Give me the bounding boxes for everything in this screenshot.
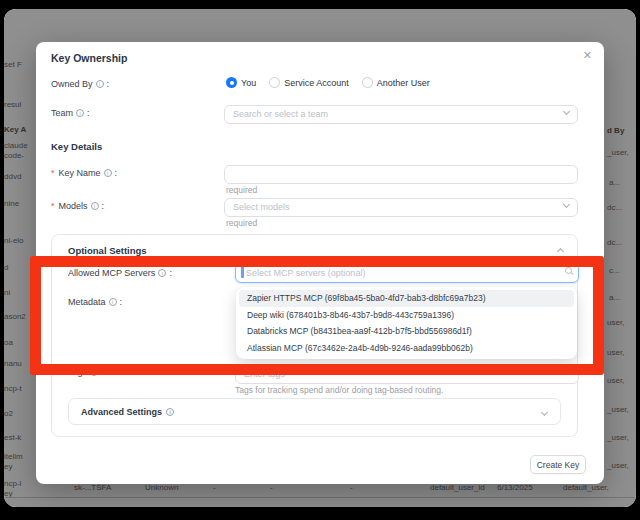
label-colon: : bbox=[169, 268, 172, 278]
radio-another-user[interactable]: Another User bbox=[362, 77, 430, 88]
info-icon[interactable]: i bbox=[91, 202, 99, 210]
mcp-option-databricks[interactable]: Databricks MCP (b8431bea-aa9f-412b-b7f5-… bbox=[239, 323, 574, 340]
key-name-label-text: Key Name bbox=[59, 168, 101, 178]
models-required-hint: required bbox=[226, 218, 257, 228]
tags-help-text: Tags for tracking spend and/or doing tag… bbox=[235, 385, 443, 395]
models-select-input[interactable] bbox=[224, 198, 578, 217]
team-label-text: Team bbox=[51, 108, 73, 118]
label-colon: : bbox=[87, 108, 90, 118]
info-icon[interactable]: i bbox=[109, 298, 117, 306]
label-colon: : bbox=[115, 168, 118, 178]
models-label: * Models i : bbox=[51, 201, 104, 211]
tags-select[interactable] bbox=[235, 363, 579, 382]
tags-label-text: Tags bbox=[68, 367, 87, 377]
metadata-label-text: Metadata bbox=[68, 297, 106, 307]
close-icon[interactable]: ✕ bbox=[583, 49, 592, 62]
info-icon[interactable]: i bbox=[158, 269, 166, 277]
create-key-button[interactable]: Create Key bbox=[530, 455, 586, 474]
key-name-required-hint: required bbox=[226, 185, 257, 195]
advanced-settings-toggle[interactable]: Advanced Settings i bbox=[68, 398, 561, 425]
app-window: set F resul Key A claude code- ddvd nine… bbox=[4, 9, 636, 507]
label-colon: : bbox=[120, 297, 123, 307]
mcp-servers-label: Allowed MCP Servers i : bbox=[68, 268, 172, 278]
models-select[interactable] bbox=[224, 196, 578, 215]
info-icon[interactable]: i bbox=[96, 80, 104, 88]
mcp-servers-dropdown: Zapier HTTPS MCP (69f8ba45-5ba0-4fd7-bab… bbox=[236, 287, 577, 359]
radio-service-account-label: Service Account bbox=[284, 78, 349, 88]
required-asterisk: * bbox=[51, 201, 55, 211]
chevron-up-icon[interactable] bbox=[557, 248, 564, 255]
label-colon: : bbox=[102, 201, 105, 211]
info-icon[interactable]: i bbox=[104, 169, 112, 177]
radio-unselected-icon bbox=[362, 77, 373, 88]
info-icon[interactable]: i bbox=[76, 109, 84, 117]
optional-settings-heading[interactable]: Optional Settings bbox=[68, 245, 147, 256]
info-icon[interactable]: i bbox=[166, 408, 174, 416]
key-name-label: * Key Name i : bbox=[51, 168, 117, 178]
modal-title: Key Ownership bbox=[51, 52, 127, 64]
key-name-input[interactable] bbox=[224, 165, 578, 184]
label-colon: : bbox=[101, 367, 104, 377]
radio-you-label: You bbox=[241, 78, 256, 88]
tags-label: Tags i : bbox=[68, 367, 104, 377]
metadata-label: Metadata i : bbox=[68, 297, 122, 307]
search-icon bbox=[565, 267, 572, 274]
key-ownership-modal: Key Ownership ✕ Owned By i : You Service… bbox=[36, 42, 604, 484]
info-icon[interactable]: i bbox=[90, 368, 98, 376]
radio-you[interactable]: You bbox=[226, 77, 256, 88]
radio-another-user-label: Another User bbox=[377, 78, 430, 88]
team-select-input[interactable] bbox=[224, 105, 578, 124]
mcp-option-atlassian[interactable]: Atlassian MCP (67c3462e-2a4b-4d9b-9246-a… bbox=[239, 340, 574, 357]
mcp-option-zapier[interactable]: Zapier HTTPS MCP (69f8ba45-5ba0-4fd7-bab… bbox=[239, 290, 574, 307]
radio-unselected-icon bbox=[269, 77, 280, 88]
models-label-text: Models bbox=[59, 201, 88, 211]
advanced-settings-label: Advanced Settings i bbox=[81, 407, 174, 417]
required-asterisk: * bbox=[51, 168, 55, 178]
chevron-down-icon bbox=[541, 409, 548, 416]
team-label: Team i : bbox=[51, 108, 90, 118]
mcp-servers-input[interactable] bbox=[235, 263, 579, 283]
advanced-settings-label-text: Advanced Settings bbox=[81, 407, 162, 417]
owned-by-label-text: Owned By bbox=[51, 79, 93, 89]
mcp-servers-label-text: Allowed MCP Servers bbox=[68, 268, 155, 278]
label-colon: : bbox=[107, 79, 110, 89]
mcp-servers-select[interactable] bbox=[235, 262, 579, 282]
owned-by-label: Owned By i : bbox=[51, 79, 109, 89]
key-name-field[interactable] bbox=[224, 163, 578, 182]
owned-by-radio-group: You Service Account Another User bbox=[226, 77, 430, 88]
text-cursor bbox=[241, 266, 244, 278]
radio-service-account[interactable]: Service Account bbox=[269, 77, 349, 88]
mcp-option-deep-wiki[interactable]: Deep wiki (678401b3-8b46-43b7-b9d8-443c7… bbox=[239, 307, 574, 324]
key-details-heading: Key Details bbox=[51, 141, 102, 152]
tags-select-input[interactable] bbox=[235, 365, 579, 384]
team-select[interactable] bbox=[224, 103, 578, 122]
radio-selected-icon bbox=[226, 77, 237, 88]
screenshot-root: { "ui": { "colon": ":" }, "icons": { "cl… bbox=[0, 0, 640, 520]
